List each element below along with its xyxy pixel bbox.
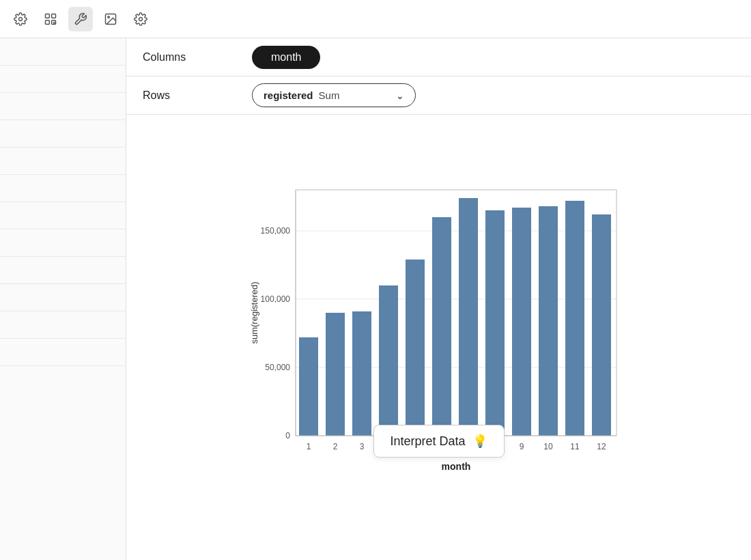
bar-6 [432,217,451,436]
sidebar [0,38,126,560]
bar-8 [485,210,505,436]
columns-value[interactable]: month [252,46,320,69]
svg-text:2: 2 [332,442,337,451]
svg-text:12: 12 [597,442,606,451]
image-button[interactable] [98,7,123,31]
columns-row: Columns month [126,38,751,76]
rows-sum: Sum [319,89,340,101]
svg-text:1: 1 [306,442,311,451]
rows-row: Rows registered Sum ⌄ [126,76,751,115]
wrench-button[interactable] [68,7,93,31]
toolbar [0,0,751,38]
columns-label: Columns [143,51,252,64]
rows-dropdown[interactable]: registered Sum ⌄ [252,83,416,107]
sidebar-row-3 [0,93,126,120]
sidebar-row-4 [0,120,126,148]
bar-7 [459,198,478,436]
sidebar-row-5 [0,148,126,175]
sidebar-row-12 [0,339,126,366]
sidebar-row-6 [0,175,126,202]
bar-5 [406,260,425,436]
bar-3 [352,311,371,436]
bar-2 [326,313,345,436]
sidebar-row-2 [0,66,126,93]
svg-text:sum(registered): sum(registered) [249,281,259,344]
main-layout: Columns month Rows registered Sum ⌄ [0,38,751,560]
bar-11 [565,201,584,436]
svg-text:50,000: 50,000 [265,363,290,372]
bar-12 [592,214,611,436]
content: Columns month Rows registered Sum ⌄ [126,38,751,560]
config-button[interactable] [128,7,153,31]
sidebar-row-7 [0,202,126,229]
svg-text:month: month [441,461,470,472]
rows-registered: registered [264,89,313,101]
svg-text:0: 0 [285,431,290,440]
svg-text:11: 11 [570,442,580,451]
bar-9 [512,208,531,436]
bar-4 [379,285,398,436]
svg-text:100,000: 100,000 [260,294,290,304]
svg-rect-2 [52,14,56,18]
bar-1 [299,337,318,436]
svg-point-6 [108,16,110,17]
interpret-data-button[interactable]: Interpret Data 💡 [373,425,504,458]
svg-text:150,000: 150,000 [260,226,290,236]
interpret-data-label: Interpret Data [390,434,465,449]
sidebar-row-10 [0,284,126,311]
svg-text:10: 10 [543,442,553,451]
settings-button[interactable] [8,7,33,31]
sidebar-row-11 [0,311,126,339]
svg-point-0 [19,17,23,20]
chart-area: 0 50,000 100,000 150,000 sum(registered) [126,115,751,560]
sidebar-row-1 [0,38,126,66]
sidebar-row-8 [0,229,126,257]
bar-10 [539,206,558,436]
bulb-icon: 💡 [472,434,487,449]
analytics-button[interactable] [38,7,63,31]
svg-rect-1 [46,14,50,18]
svg-rect-3 [46,20,50,24]
chevron-down-icon: ⌄ [396,90,404,101]
sidebar-row-9 [0,257,126,284]
svg-text:9: 9 [519,442,524,451]
chart-container: 0 50,000 100,000 150,000 sum(registered) [248,176,630,504]
rows-label: Rows [143,89,252,102]
svg-text:3: 3 [359,442,364,451]
svg-point-7 [139,17,143,20]
